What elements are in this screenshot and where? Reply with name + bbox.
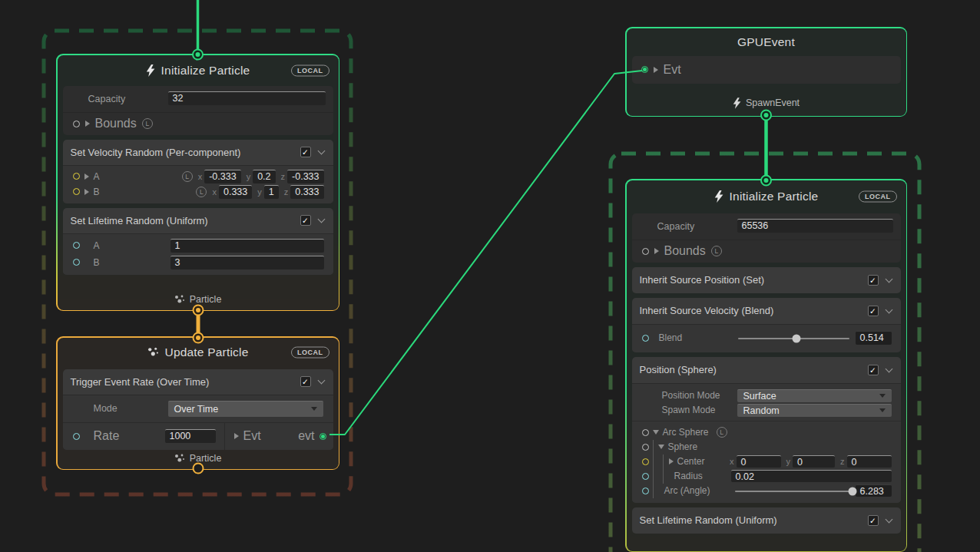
slider-track[interactable] (735, 491, 851, 492)
value-field[interactable]: 1 (171, 239, 324, 253)
bounds-port[interactable] (73, 121, 80, 127)
expand-triangle-icon[interactable] (669, 458, 674, 464)
axis-y-label: y (257, 187, 262, 197)
field-x[interactable]: -0.333 (204, 170, 240, 183)
port-b[interactable] (73, 188, 80, 195)
field-z[interactable]: 0.333 (290, 185, 323, 199)
chevron-down-icon[interactable] (885, 306, 892, 313)
port-b[interactable] (73, 259, 80, 266)
spawn-mode-dropdown[interactable]: Random (737, 404, 892, 417)
position-mode-dropdown[interactable]: Surface (737, 389, 892, 402)
scope-badge[interactable]: LOCAL (291, 346, 329, 358)
block-set-lifetime-random-right[interactable]: Set Lifetime Random (Uniform) (632, 507, 901, 534)
node-header[interactable]: GPUEvent (632, 28, 901, 56)
center-x-field[interactable]: 0 (737, 455, 781, 468)
block-enabled-checkbox[interactable] (300, 147, 311, 157)
node-header[interactable]: Update Particle LOCAL (63, 338, 333, 367)
context-node-initialize-particle-left[interactable]: Initialize Particle LOCAL Capacity 32 Bo… (56, 54, 339, 311)
chevron-down-icon[interactable] (317, 147, 325, 155)
row-label: B (94, 187, 100, 197)
blend-field[interactable]: 0.514 (856, 331, 892, 345)
slider-knob[interactable] (848, 487, 856, 495)
indent-guide (653, 454, 654, 469)
center-z-field[interactable]: 0 (847, 455, 892, 468)
field-z[interactable]: -0.333 (287, 170, 323, 183)
chevron-down-icon[interactable] (885, 515, 892, 523)
scope-badge[interactable]: LOCAL (859, 191, 897, 203)
dropdown-caret-icon (879, 408, 886, 412)
evt-output-port[interactable] (319, 433, 326, 440)
lock-icon[interactable]: L (182, 171, 193, 182)
arc-slider[interactable] (733, 484, 853, 497)
expand-triangle-icon[interactable] (85, 121, 90, 127)
radius-port[interactable] (642, 473, 649, 480)
expand-triangle-icon[interactable] (84, 174, 89, 180)
settings-panel: Capacity 65536 Bounds L (632, 213, 901, 263)
chevron-down-icon[interactable] (317, 377, 325, 385)
block-set-lifetime-random[interactable]: Set Lifetime Random (Uniform) A 1 B 3 (63, 208, 333, 275)
context-node-gpuevent[interactable]: GPUEvent Evt SpawnEvent (625, 27, 907, 117)
lock-icon[interactable]: L (142, 118, 153, 129)
arc-sphere-section: Arc Sphere L Sphere (632, 421, 901, 498)
expand-triangle-icon[interactable] (234, 433, 239, 439)
radius-row: Radius 0.02 (632, 469, 901, 484)
block-enabled-checkbox[interactable] (868, 515, 879, 526)
port-a[interactable] (73, 242, 80, 249)
block-enabled-checkbox[interactable] (868, 275, 879, 286)
value-field[interactable]: 3 (171, 256, 324, 269)
chevron-down-icon[interactable] (317, 216, 325, 223)
field-y[interactable]: 1 (264, 185, 279, 199)
collapse-triangle-icon[interactable] (658, 445, 664, 449)
rate-port[interactable] (73, 433, 80, 440)
bounds-label: Bounds (95, 117, 137, 131)
arc-field[interactable]: 6.283 (856, 484, 892, 497)
block-set-velocity-random[interactable]: Set Velocity Random (Per-component) A L … (63, 140, 333, 203)
vfx-graph-canvas[interactable]: Initialize Particle LOCAL Capacity 32 Bo… (0, 0, 980, 552)
center-y-field[interactable]: 0 (793, 455, 835, 468)
capacity-field[interactable]: 65536 (737, 219, 893, 233)
blend-label: Blend (659, 332, 737, 343)
arc-sphere-port[interactable] (642, 429, 649, 436)
mode-dropdown[interactable]: Over Time (168, 401, 323, 417)
slider-knob[interactable] (793, 334, 801, 342)
block-enabled-checkbox[interactable] (868, 306, 879, 316)
capacity-field[interactable]: 32 (168, 91, 326, 105)
center-port[interactable] (642, 458, 649, 465)
block-trigger-event-rate[interactable]: Trigger Event Rate (Over Time) Mode Over… (63, 369, 333, 450)
collapse-triangle-icon[interactable] (653, 430, 659, 435)
block-enabled-checkbox[interactable] (300, 215, 311, 226)
particle-output-label: Particle (63, 294, 333, 310)
evt-input-port[interactable] (641, 66, 648, 73)
context-node-update-particle[interactable]: Update Particle LOCAL Trigger Event Rate… (56, 336, 339, 470)
chevron-down-icon[interactable] (885, 365, 892, 372)
expand-triangle-icon[interactable] (654, 67, 658, 73)
blend-port[interactable] (642, 335, 649, 342)
arc-port[interactable] (642, 488, 649, 494)
expand-triangle-icon[interactable] (654, 248, 659, 254)
rate-field[interactable]: 1000 (165, 429, 216, 443)
context-node-initialize-particle-right[interactable]: Initialize Particle LOCAL Capacity 65536… (625, 179, 907, 552)
bounds-port[interactable] (642, 248, 649, 255)
port-a[interactable] (73, 173, 80, 180)
lock-icon[interactable]: L (196, 187, 207, 197)
block-inherit-source-velocity[interactable]: Inherit Source Velocity (Blend) Blend 0.… (632, 298, 901, 352)
block-inherit-source-position[interactable]: Inherit Source Position (Set) (632, 267, 901, 293)
arc-angle-row: Arc (Angle) 6.283 (632, 484, 901, 498)
node-header[interactable]: Initialize Particle LOCAL (632, 180, 901, 213)
chevron-down-icon[interactable] (885, 275, 892, 283)
field-y[interactable]: 0.2 (253, 170, 275, 183)
node-header[interactable]: Initialize Particle LOCAL (63, 55, 333, 86)
edge-evt-to-gpuevent[interactable] (329, 71, 642, 435)
sphere-port[interactable] (642, 444, 649, 451)
block-enabled-checkbox[interactable] (868, 365, 879, 375)
lock-icon[interactable]: L (717, 427, 727, 438)
scope-badge[interactable]: LOCAL (291, 64, 329, 76)
expand-triangle-icon[interactable] (84, 189, 89, 195)
radius-field[interactable]: 0.02 (731, 470, 892, 482)
block-enabled-checkbox[interactable] (300, 376, 311, 387)
block-position-sphere[interactable]: Position (Sphere) Position Mode Surface … (632, 357, 901, 503)
radius-label: Radius (674, 471, 731, 481)
field-x[interactable]: 0.333 (219, 185, 252, 199)
blend-slider[interactable] (737, 332, 851, 345)
lock-icon[interactable]: L (711, 246, 722, 256)
